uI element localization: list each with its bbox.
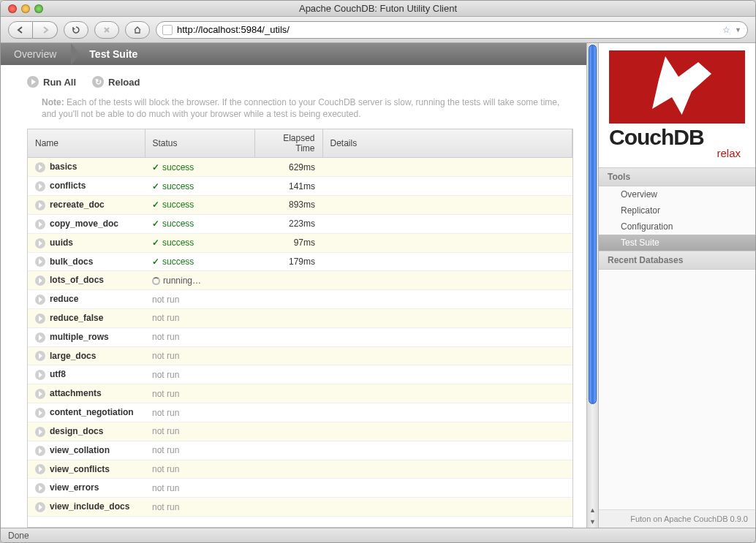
test-details-cell: [322, 403, 572, 422]
run-test-icon[interactable]: [35, 219, 45, 229]
col-name[interactable]: Name: [28, 129, 145, 158]
test-name-cell: view_collation: [28, 441, 145, 460]
check-icon: ✓: [152, 219, 159, 229]
test-elapsed-cell: [254, 498, 322, 517]
url-input[interactable]: [177, 24, 718, 35]
col-details[interactable]: Details: [322, 129, 572, 158]
run-test-icon[interactable]: [35, 181, 45, 191]
run-test-icon[interactable]: [35, 502, 45, 512]
test-status-cell: not run: [145, 384, 254, 403]
sidebar-item[interactable]: Overview: [599, 186, 755, 202]
reload-tests-button[interactable]: ↻ Reload: [92, 76, 140, 88]
run-test-icon[interactable]: [35, 389, 45, 399]
test-details-cell: [322, 498, 572, 517]
logo: CouchDB relax: [599, 43, 755, 167]
table-row: view_conflictsnot run: [28, 460, 572, 479]
test-name[interactable]: content_negotiation: [50, 407, 134, 417]
back-button[interactable]: [8, 21, 33, 39]
test-details-cell: [322, 309, 572, 328]
url-dropdown-icon[interactable]: ▼: [735, 26, 741, 34]
run-test-icon[interactable]: [35, 162, 45, 172]
reload-label: Reload: [108, 77, 140, 88]
test-details-cell: [322, 460, 572, 479]
test-elapsed-cell: [254, 479, 322, 498]
test-name[interactable]: multiple_rows: [50, 332, 109, 342]
test-name[interactable]: attachments: [50, 388, 102, 398]
test-name[interactable]: large_docs: [50, 351, 96, 361]
home-button[interactable]: [125, 21, 150, 39]
test-status-cell: not run: [145, 403, 254, 422]
test-name[interactable]: reduce: [50, 294, 78, 304]
sidebar-item[interactable]: Replicator: [599, 202, 755, 219]
run-test-icon[interactable]: [35, 200, 45, 210]
test-name[interactable]: bulk_docs: [50, 257, 93, 267]
test-details-cell: [322, 214, 572, 233]
run-test-icon[interactable]: [35, 257, 45, 267]
run-test-icon[interactable]: [35, 370, 45, 380]
scroll-up-icon[interactable]: ▲: [587, 504, 598, 516]
test-name[interactable]: view_conflicts: [50, 464, 110, 474]
run-test-icon[interactable]: [35, 314, 45, 324]
sidebar-item[interactable]: Test Suite: [599, 235, 755, 251]
table-row: utf8not run: [28, 365, 572, 384]
test-name[interactable]: uuids: [50, 238, 73, 248]
note-text: Note: Each of the tests will block the b…: [1, 94, 586, 129]
test-elapsed-cell: [254, 365, 322, 384]
run-test-icon[interactable]: [35, 483, 45, 493]
table-row: multiple_rowsnot run: [28, 327, 572, 346]
breadcrumb-overview[interactable]: Overview: [1, 43, 71, 65]
test-name[interactable]: basics: [50, 162, 77, 172]
test-elapsed-cell: [254, 309, 322, 328]
run-test-icon[interactable]: [35, 295, 45, 305]
test-name-cell: view_errors: [28, 479, 145, 498]
run-all-label: Run All: [43, 77, 76, 88]
run-test-icon[interactable]: [35, 238, 45, 248]
forward-button[interactable]: [33, 21, 58, 39]
test-name[interactable]: recreate_doc: [50, 200, 105, 210]
test-elapsed-cell: [254, 290, 322, 309]
test-name[interactable]: copy_move_doc: [50, 219, 118, 229]
test-status-cell: not run: [145, 290, 254, 309]
bookmark-icon[interactable]: ☆: [722, 25, 730, 35]
table-row: attachmentsnot run: [28, 384, 572, 403]
run-test-icon[interactable]: [35, 276, 45, 286]
test-name[interactable]: view_include_docs: [50, 501, 129, 512]
reload-browser-button[interactable]: [64, 21, 88, 39]
test-name[interactable]: view_collation: [50, 445, 110, 455]
test-status-cell: not run: [145, 346, 254, 365]
test-name-cell: copy_move_doc: [28, 214, 145, 233]
test-status-cell: not run: [145, 422, 254, 441]
run-test-icon[interactable]: [35, 333, 45, 343]
scrollbar-thumb[interactable]: [589, 45, 597, 404]
col-status[interactable]: Status: [145, 129, 254, 158]
test-elapsed-cell: [254, 422, 322, 441]
test-details-cell: [322, 327, 572, 346]
test-name-cell: reduce_false: [28, 309, 145, 328]
test-details-cell: [322, 271, 572, 290]
test-name[interactable]: view_errors: [50, 482, 99, 493]
run-all-button[interactable]: Run All: [27, 76, 76, 88]
test-name[interactable]: design_docs: [50, 426, 103, 436]
test-name[interactable]: conflicts: [50, 181, 86, 191]
titlebar: Apache CouchDB: Futon Utility Client: [1, 1, 755, 17]
test-name[interactable]: utf8: [50, 369, 66, 379]
run-test-icon[interactable]: [35, 446, 45, 456]
test-status-cell: ✓success: [145, 196, 254, 215]
col-elapsed[interactable]: Elapsed Time: [254, 129, 322, 158]
test-name[interactable]: reduce_false: [50, 313, 103, 323]
sidebar-item[interactable]: Configuration: [599, 219, 755, 235]
test-name[interactable]: lots_of_docs: [50, 275, 104, 285]
test-details-cell: [322, 158, 572, 177]
run-test-icon[interactable]: [35, 351, 45, 361]
scroll-down-icon[interactable]: ▼: [587, 516, 598, 528]
run-test-icon[interactable]: [35, 427, 45, 437]
run-test-icon[interactable]: [35, 408, 45, 418]
stop-button[interactable]: [94, 21, 119, 39]
test-name-cell: view_conflicts: [28, 460, 145, 479]
run-test-icon[interactable]: [35, 464, 45, 474]
main-scrollbar[interactable]: ▲ ▼: [586, 43, 598, 528]
table-row: recreate_doc✓success893ms: [28, 196, 572, 215]
test-status-cell: not run: [145, 479, 254, 498]
test-status-cell: not run: [145, 441, 254, 460]
address-bar[interactable]: ☆ ▼: [156, 21, 748, 39]
